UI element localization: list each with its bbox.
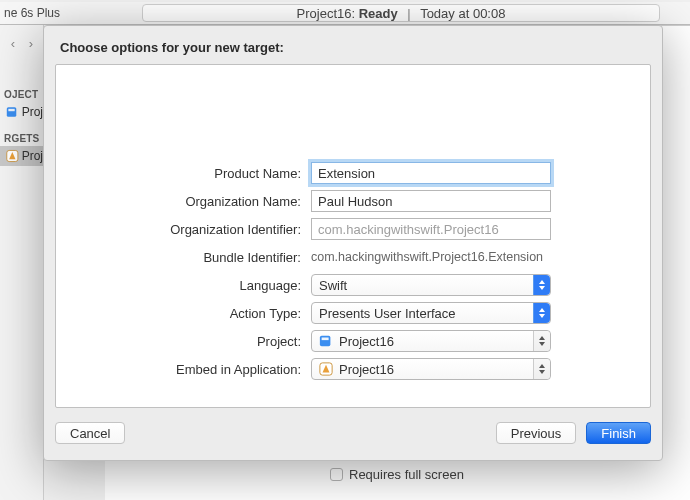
project-select-value: Project16 <box>339 334 394 349</box>
label-embed: Embed in Application: <box>56 362 311 377</box>
organization-identifier-field <box>311 218 551 240</box>
nav-section-project: OJECT <box>0 85 43 102</box>
label-organization-identifier: Organization Identifier: <box>56 222 311 237</box>
chevron-left-icon: ‹ <box>11 36 15 51</box>
stepper-icon <box>533 303 550 323</box>
label-language: Language: <box>56 278 311 293</box>
app-target-icon <box>6 149 19 163</box>
stepper-icon <box>533 359 550 379</box>
project-select[interactable]: Project16 <box>311 330 551 352</box>
requires-full-screen-row: Requires full screen <box>330 467 464 482</box>
embed-select-value: Project16 <box>339 362 394 377</box>
previous-button[interactable]: Previous <box>496 422 577 444</box>
svg-rect-0 <box>7 107 16 116</box>
svg-rect-1 <box>8 109 14 111</box>
cancel-button[interactable]: Cancel <box>55 422 125 444</box>
stepper-icon <box>533 275 550 295</box>
label-bundle-identifier: Bundle Identifier: <box>56 250 311 265</box>
language-select-value: Swift <box>319 278 347 293</box>
svg-rect-4 <box>322 338 329 341</box>
svg-rect-3 <box>320 336 331 347</box>
status-state: Ready <box>359 6 398 21</box>
embed-select[interactable]: Project16 <box>311 358 551 380</box>
status-timestamp: Today at 00:08 <box>420 6 505 21</box>
nav-section-targets: RGETS <box>0 129 43 146</box>
stepper-icon <box>533 331 550 351</box>
bundle-identifier-value: com.hackingwithswift.Project16.Extension <box>311 246 551 264</box>
finish-button[interactable]: Finish <box>586 422 651 444</box>
organization-name-field[interactable] <box>311 190 551 212</box>
app-target-icon <box>319 362 333 376</box>
chevron-right-icon: › <box>29 36 33 51</box>
status-pill: Project16: Ready | Today at 00:08 <box>142 4 660 22</box>
label-action-type: Action Type: <box>56 306 311 321</box>
status-project: Project16 <box>297 6 352 21</box>
action-type-select[interactable]: Presents User Interface <box>311 302 551 324</box>
sheet-title: Choose options for your new target: <box>60 40 284 55</box>
requires-full-screen-checkbox[interactable] <box>330 468 343 481</box>
nav-target-item[interactable]: Proj <box>0 146 43 166</box>
requires-full-screen-label: Requires full screen <box>349 467 464 482</box>
new-target-sheet: Choose options for your new target: Prod… <box>43 25 663 461</box>
label-organization-name: Organization Name: <box>56 194 311 209</box>
navigator-sidebar: OJECT Proj RGETS Proj <box>0 25 44 500</box>
product-name-field[interactable] <box>311 162 551 184</box>
language-select[interactable]: Swift <box>311 274 551 296</box>
device-name: ne 6s Plus <box>4 6 60 20</box>
nav-forward-button[interactable]: › <box>23 34 39 52</box>
nav-project-item[interactable]: Proj <box>0 102 43 122</box>
action-type-select-value: Presents User Interface <box>319 306 456 321</box>
xcodeproj-icon <box>319 334 333 348</box>
xcodeproj-icon <box>6 105 19 119</box>
label-project: Project: <box>56 334 311 349</box>
label-product-name: Product Name: <box>56 166 311 181</box>
nav-back-button[interactable]: ‹ <box>5 34 21 52</box>
